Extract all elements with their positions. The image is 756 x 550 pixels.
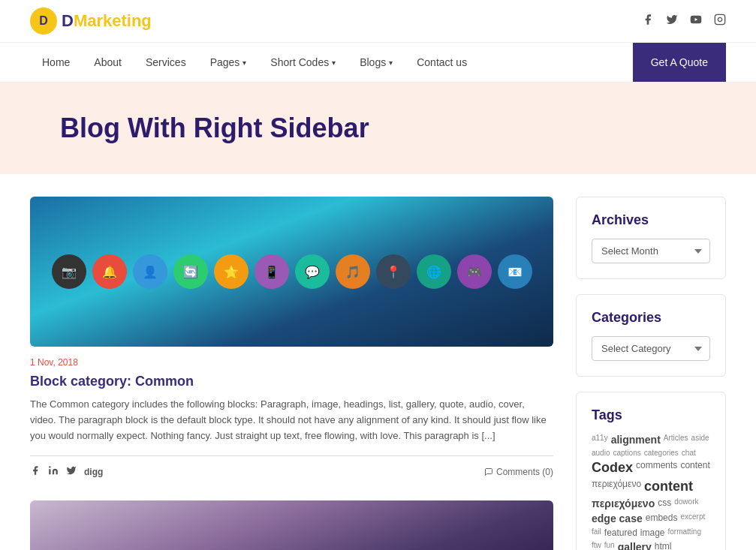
app-icon-camera: 📷	[52, 254, 86, 289]
instagram-icon[interactable]	[714, 14, 726, 29]
navbar: Home About Services Pages ▾ Short Codes …	[0, 43, 756, 83]
tag-categories[interactable]: categories	[644, 449, 679, 457]
archives-title: Archives	[592, 212, 710, 228]
tag-periexomeno-small[interactable]: περιεχόμενο	[592, 479, 641, 494]
tag-fail[interactable]: fail	[592, 527, 601, 538]
nav-items: Home About Services Pages ▾ Short Codes …	[30, 43, 633, 82]
tag-codex[interactable]: Codex	[592, 460, 633, 476]
app-icon-9: 🌐	[417, 254, 451, 289]
social-icons-group	[642, 14, 726, 29]
tag-css[interactable]: css	[658, 497, 671, 509]
app-icon-6: 💬	[295, 254, 330, 289]
tag-excerpt[interactable]: excerpt	[680, 512, 705, 524]
nav-contact[interactable]: Contact us	[405, 43, 479, 82]
app-icon-10: 🎮	[457, 254, 492, 289]
logo[interactable]: D DMarketing	[30, 8, 152, 35]
app-icon-1: 🔔	[92, 254, 127, 289]
tag-embeds[interactable]: embeds	[646, 512, 678, 524]
post-divider-1	[30, 455, 553, 456]
get-a-quote-button[interactable]: Get A Quote	[633, 43, 726, 82]
tag-image-med[interactable]: image	[640, 527, 665, 538]
tags-widget: Tags a11y alignment Articles aside audio…	[576, 392, 726, 550]
nav-services[interactable]: Services	[134, 43, 198, 82]
tag-formatting[interactable]: formatting	[668, 527, 701, 538]
page-title: Blog With Right Sidebar	[60, 113, 726, 144]
tag-alignment[interactable]: alignment	[611, 434, 661, 446]
svg-rect-1	[715, 14, 724, 24]
pages-chevron: ▾	[242, 59, 246, 67]
app-icon-3: 🔄	[173, 254, 208, 289]
top-bar: D DMarketing	[0, 0, 756, 43]
categories-select[interactable]: Select Category Common Featured Gallery	[592, 336, 710, 361]
logo-text: DMarketing	[62, 11, 152, 31]
post-card-1: 📷 🔔 👤 🔄 ⭐ 📱 💬 🎵 📍 🌐 🎮 📧 1 Nov, 2018 Bloc…	[30, 197, 553, 478]
post-footer-1: digg Comments (0)	[30, 465, 553, 478]
post-image-2	[30, 500, 553, 550]
app-icon-2: 👤	[133, 254, 167, 289]
svg-point-3	[49, 467, 50, 468]
archives-select[interactable]: Select Month November 2018 October 2018	[592, 239, 710, 263]
tag-articles[interactable]: Articles	[664, 434, 688, 446]
hero-section: Blog With Right Sidebar	[0, 83, 756, 174]
tag-comments[interactable]: comments	[636, 460, 677, 476]
nav-about[interactable]: About	[82, 43, 134, 82]
main-container: 📷 🔔 👤 🔄 ⭐ 📱 💬 🎵 📍 🌐 🎮 📧 1 Nov, 2018 Bloc…	[0, 174, 756, 550]
tag-aside[interactable]: aside	[691, 434, 709, 446]
categories-title: Categories	[592, 310, 710, 326]
post-linkedin-icon[interactable]	[48, 465, 59, 478]
app-icon-4: ⭐	[214, 254, 248, 289]
facebook-icon[interactable]	[642, 14, 654, 29]
tag-dowork[interactable]: dowork	[674, 497, 698, 509]
app-icon-8: 📍	[376, 254, 411, 289]
tag-content[interactable]: content	[680, 460, 709, 476]
archives-widget: Archives Select Month November 2018 Octo…	[576, 197, 726, 279]
sidebar: Archives Select Month November 2018 Octo…	[576, 197, 726, 550]
tag-html[interactable]: html	[655, 541, 672, 550]
logo-icon: D	[30, 8, 57, 35]
tag-ftw[interactable]: ftw	[592, 541, 601, 550]
app-icon-5: 📱	[255, 254, 289, 289]
tag-a11y[interactable]: a11y	[592, 434, 608, 446]
blogs-chevron: ▾	[389, 59, 393, 67]
twitter-icon[interactable]	[666, 14, 678, 29]
post-facebook-icon[interactable]	[30, 465, 41, 478]
post-card-2	[30, 500, 553, 550]
app-icon-7: 🎵	[336, 254, 370, 289]
post-date-1: 1 Nov, 2018	[30, 357, 553, 368]
nav-pages[interactable]: Pages ▾	[198, 43, 259, 82]
post-comments-1[interactable]: Comments (0)	[484, 467, 553, 477]
tag-periexomeno-large[interactable]: περιεχόμενο	[592, 497, 655, 509]
categories-widget: Categories Select Category Common Featur…	[576, 294, 726, 377]
post-digg-icon[interactable]: digg	[84, 467, 103, 477]
post-twitter-icon[interactable]	[66, 465, 77, 478]
shortcodes-chevron: ▾	[332, 59, 336, 67]
comment-icon	[484, 467, 493, 476]
nav-shortcodes[interactable]: Short Codes ▾	[258, 43, 348, 82]
tag-featured[interactable]: featured	[604, 527, 637, 538]
nav-blogs[interactable]: Blogs ▾	[348, 43, 405, 82]
tag-chat[interactable]: chat	[682, 449, 696, 457]
tag-fun[interactable]: fun	[604, 541, 615, 550]
blog-area: 📷 🔔 👤 🔄 ⭐ 📱 💬 🎵 📍 🌐 🎮 📧 1 Nov, 2018 Bloc…	[30, 197, 553, 550]
app-icon-11: 📧	[498, 254, 532, 289]
post-image-1: 📷 🔔 👤 🔄 ⭐ 📱 💬 🎵 📍 🌐 🎮 📧	[30, 197, 553, 347]
tag-audio[interactable]: audio	[592, 449, 610, 457]
tags-cloud: a11y alignment Articles aside audio capt…	[592, 434, 710, 550]
post-excerpt-1: The Common category includes the followi…	[30, 397, 553, 443]
youtube-icon[interactable]	[690, 14, 702, 29]
post-social-icons: digg	[30, 465, 103, 478]
nav-home[interactable]: Home	[30, 43, 82, 82]
tag-gallery[interactable]: gallery	[618, 541, 652, 550]
tag-edge-case[interactable]: edge case	[592, 512, 643, 524]
tag-content-large[interactable]: content	[644, 479, 693, 494]
tag-captions[interactable]: captions	[613, 449, 640, 457]
tags-title: Tags	[592, 407, 710, 423]
post-title-1[interactable]: Block category: Common	[30, 374, 553, 389]
